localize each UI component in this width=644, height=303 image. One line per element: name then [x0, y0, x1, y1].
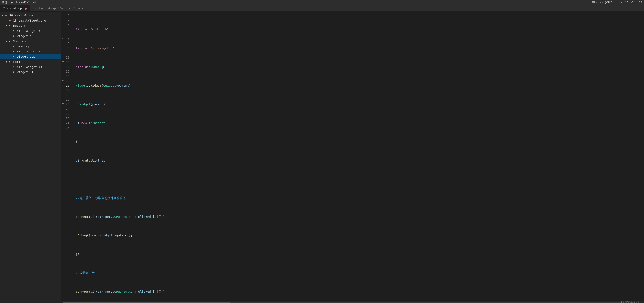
folder-icon-sources: ▶ — [9, 39, 13, 43]
tree-arrow-forms: ▼ — [6, 60, 9, 63]
sidebar-item-forms[interactable]: ▼ ▶ Forms — [0, 59, 60, 64]
line-numbers: 1 2 3 4 5 6 7 8 9 10 11 12 13 14 15 16 1… — [61, 12, 72, 301]
file-h-icon-sw: ▪ — [13, 29, 17, 32]
line-num-5: 5 — [61, 32, 72, 37]
line-num-17: 17 — [61, 88, 72, 93]
widget-h-label: widget.h — [17, 34, 60, 38]
line-num-7: 7 — [61, 41, 72, 46]
file-ui-icon-sw: ▪ — [13, 65, 17, 68]
file-pro-icon: ◈ — [9, 19, 13, 22]
code-line-10: //点击获取 获取当前控件当前的值 — [76, 196, 644, 200]
project-label: 项目 — [2, 1, 7, 4]
line-num-6: 6 — [61, 37, 72, 41]
line-num-21: 21 — [61, 107, 72, 111]
code-line-15: connect(ui->btn_set,&QPushButton::clicke… — [76, 289, 644, 294]
top-bar: 项目 | ▶ 18_smallWidget Windows (CRLF) Lin… — [0, 0, 644, 5]
line-col-info: Line: 16, Col: 28 — [616, 1, 642, 4]
sidebar-item-widget-cpp[interactable]: ▪ widget.cpp — [0, 54, 60, 59]
line-num-24: 24 — [61, 121, 72, 126]
line-num-11: 11 — [61, 60, 72, 65]
smallwidget-cpp-label: smallwidget.cpp — [17, 50, 60, 53]
code-line-1: #include "widget.h" — [76, 27, 644, 32]
sidebar-item-project[interactable]: ▼ ▣ 18_smallWidget — [0, 13, 60, 18]
sidebar-item-main-cpp[interactable]: ▪ main.cpp — [0, 44, 60, 49]
line-num-14: 14 — [61, 74, 72, 79]
code-line-12: qDebug() << ui->widget->getNum(); — [76, 233, 644, 238]
line-num-10: 10 — [61, 55, 72, 60]
sidebar-item-widget-h[interactable]: ▪ widget.h — [0, 33, 60, 38]
top-bar-left: 项目 | ▶ 18_smallWidget — [2, 1, 36, 4]
main-area: ▼ ▣ 18_smallWidget ◈ 18_smallWidget.pro … — [0, 12, 644, 301]
line-num-2: 2 — [61, 18, 72, 23]
sidebar: ▼ ▣ 18_smallWidget ◈ 18_smallWidget.pro … — [0, 12, 61, 301]
code-line-14: //设置到一般 — [76, 271, 644, 275]
line-endings: Windows (CRLF) — [592, 1, 614, 4]
file-cpp-icon-w: ▪ — [13, 55, 17, 58]
code-line-13: }); — [76, 252, 644, 257]
code-editor[interactable]: #include "widget.h" #include "ui_widget.… — [72, 12, 644, 301]
code-line-8: ui->setupUi(this); — [76, 158, 644, 163]
file-cpp-icon-sw: ▪ — [13, 50, 17, 53]
tree-arrow-headers: ▼ — [6, 24, 9, 27]
tab-bar: ⬡ widget.cpp ● Widget::Widget(QWidget *)… — [0, 5, 644, 12]
sources-label: Sources — [13, 39, 60, 43]
code-line-9 — [76, 177, 644, 182]
line-num-4: 4 — [61, 27, 72, 32]
line-num-25: 25 — [61, 126, 72, 130]
top-bar-right: Windows (CRLF) Line: 16, Col: 28 — [592, 1, 642, 4]
scrollbar-area: CSDN@奶牛少女爱之 — [0, 301, 644, 303]
tree-arrow-sources: ▼ — [6, 40, 9, 42]
watermark: CSDN@奶牛少女爱之 — [621, 301, 642, 303]
line-num-16: 16 — [61, 83, 72, 88]
widget-cpp-label: widget.cpp — [17, 55, 60, 58]
smallwidget-h-label: smallwidget.h — [17, 29, 60, 33]
code-line-11: connect(ui->btn_get,&QPushButton::clicke… — [76, 214, 644, 219]
line-num-9: 9 — [61, 51, 72, 55]
file-h-icon-w: ▪ — [13, 34, 17, 38]
sidebar-item-smallwidget-cpp[interactable]: ▪ smallwidget.cpp — [0, 49, 60, 54]
code-line-6: ui(new Ui::Widget) — [76, 121, 644, 126]
sidebar-item-smallwidget-ui[interactable]: ▪ smallwidget.ui — [0, 64, 60, 69]
tab-breadcrumb: Widget::Widget(QWidget *) — void — [30, 5, 644, 12]
folder-icon-headers: ▶ — [9, 24, 13, 27]
line-num-19: 19 — [61, 97, 72, 102]
file-ui-icon-w: ▪ — [13, 70, 17, 74]
file-cpp-icon-main: ▪ — [13, 45, 17, 48]
code-line-7: { — [76, 140, 644, 144]
code-line-5: : QWidget(parent), — [76, 102, 644, 107]
line-num-15: 15 — [61, 79, 72, 83]
top-bar-separator: | — [8, 1, 10, 4]
line-num-18: 18 — [61, 93, 72, 97]
line-num-20: 20 — [61, 102, 72, 107]
main-cpp-label: main.cpp — [17, 45, 60, 48]
editor-area: 1 2 3 4 5 6 7 8 9 10 11 12 13 14 15 16 1… — [61, 12, 644, 301]
tab-label: widget.cpp — [6, 7, 24, 10]
sidebar-item-widget-ui[interactable]: ▪ widget.ui — [0, 69, 60, 75]
code-line-2: #include "ui_widget.h" — [76, 46, 644, 51]
project-icon: ▣ — [5, 14, 9, 17]
forms-label: Forms — [13, 60, 60, 64]
line-num-22: 22 — [61, 111, 72, 116]
sidebar-item-smallwidget-h[interactable]: ▪ smallwidget.h — [0, 28, 60, 33]
tab-modified-dot: ● — [25, 7, 27, 10]
code-line-3: #include<QDebug> — [76, 65, 644, 69]
line-num-12: 12 — [61, 65, 72, 69]
sidebar-item-sources[interactable]: ▼ ▶ Sources — [0, 38, 60, 44]
sidebar-item-pro[interactable]: ◈ 18_smallWidget.pro — [0, 18, 60, 23]
line-num-3: 3 — [61, 23, 72, 27]
line-num-13: 13 — [61, 69, 72, 74]
sidebar-item-headers[interactable]: ▼ ▶ Headers — [0, 23, 60, 28]
tab-function-info: Widget::Widget(QWidget *) — void — [34, 7, 89, 10]
headers-label: Headers — [13, 24, 60, 27]
tree-arrow-project: ▼ — [2, 14, 5, 17]
line-num-23: 23 — [61, 116, 72, 121]
tab-file-icon: ⬡ — [3, 7, 5, 10]
code-line-4: Widget::Widget(QWidget *parent) — [76, 83, 644, 88]
project-label-tree: 18_smallWidget — [9, 14, 60, 17]
tab-widget-cpp[interactable]: ⬡ widget.cpp ● — [0, 5, 30, 12]
folder-icon-forms: ▶ — [9, 60, 13, 63]
project-name: ▶ 18_smallWidget — [12, 1, 36, 4]
pro-file-label: 18_smallWidget.pro — [13, 19, 60, 22]
widget-ui-label: widget.ui — [17, 70, 60, 74]
line-num-8: 8 — [61, 46, 72, 51]
